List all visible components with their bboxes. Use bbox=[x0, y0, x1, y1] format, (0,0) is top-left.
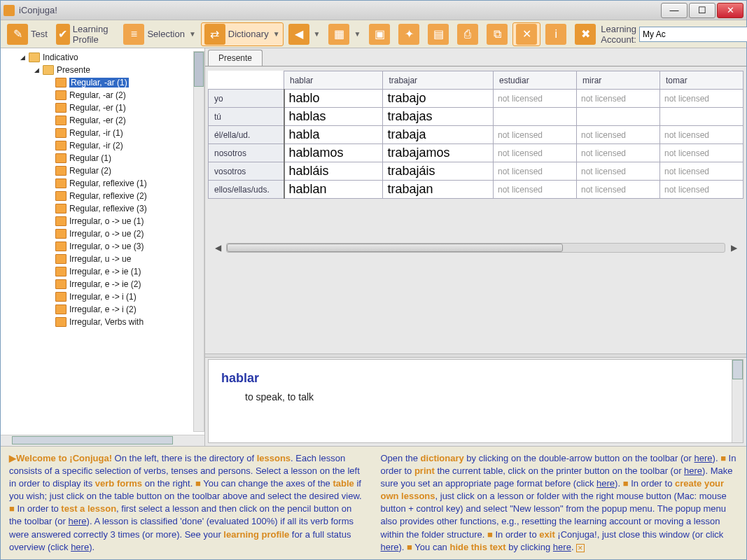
help-link-here[interactable]: here bbox=[71, 542, 89, 552]
collapse-icon[interactable]: ◢ bbox=[33, 66, 40, 74]
exit-button[interactable]: ✖ bbox=[571, 22, 599, 46]
conjugation-cell[interactable]: not licensed bbox=[659, 144, 743, 162]
dictionary-scrollbar[interactable] bbox=[732, 360, 743, 442]
conjugation-cell[interactable]: not licensed bbox=[659, 181, 743, 199]
hide-help-icon[interactable]: ✕ bbox=[576, 544, 585, 552]
settings-button[interactable]: ✕ bbox=[512, 22, 540, 46]
tree-node-presente[interactable]: ◢ Presente bbox=[2, 64, 203, 76]
conjugation-cell[interactable]: hablas bbox=[284, 108, 383, 126]
tree-lesson-item[interactable]: Regular, reflexive (1) bbox=[2, 177, 203, 190]
tree-vertical-scrollbar[interactable] bbox=[193, 51, 204, 432]
print-button[interactable]: ⎙ bbox=[454, 22, 482, 46]
scrollbar-thumb[interactable] bbox=[194, 52, 204, 87]
row-header[interactable]: vosotros bbox=[209, 162, 284, 181]
tree-lesson-item[interactable]: Irregular, u -> ue bbox=[2, 253, 203, 265]
tree-lesson-item[interactable]: Regular, -er (2) bbox=[2, 114, 203, 127]
conjugation-cell[interactable]: not licensed bbox=[494, 181, 577, 199]
tool-button-1[interactable]: ▣ bbox=[365, 22, 393, 46]
help-link-here[interactable]: here bbox=[381, 542, 399, 552]
tree-lesson-item[interactable]: Regular, -ar (2) bbox=[2, 89, 203, 102]
help-link-here[interactable]: here bbox=[684, 465, 702, 476]
row-header[interactable]: nosotros bbox=[209, 144, 284, 162]
tree-lesson-item[interactable]: Regular, -ir (2) bbox=[2, 139, 203, 152]
conjugation-cell[interactable]: not licensed bbox=[576, 162, 659, 181]
tree-lesson-item[interactable]: Regular, reflexive (2) bbox=[2, 190, 203, 202]
conjugation-cell[interactable]: not licensed bbox=[659, 90, 743, 108]
tree-node-indicativo[interactable]: ◢ Indicativo bbox=[2, 51, 203, 64]
tree-lesson-item[interactable]: Irregular, e -> ie (2) bbox=[2, 278, 203, 290]
tree-lesson-item[interactable]: Regular (1) bbox=[2, 152, 203, 164]
row-header[interactable]: tú bbox=[209, 108, 284, 126]
help-link-here[interactable]: here bbox=[553, 542, 571, 552]
conjugation-cell[interactable]: not licensed bbox=[494, 162, 577, 181]
conjugation-cell[interactable]: not licensed bbox=[576, 90, 659, 108]
help-link-here[interactable]: here bbox=[69, 516, 87, 526]
conjugation-cell[interactable]: hablo bbox=[284, 90, 383, 108]
selection-button[interactable]: ≡Selection▼ bbox=[120, 22, 199, 46]
learning-profile-button[interactable]: ✔Learning Profile bbox=[53, 22, 119, 46]
learning-account-select[interactable] bbox=[639, 27, 747, 42]
scroll-right-icon[interactable]: ▶ bbox=[728, 243, 739, 253]
tree-lesson-item[interactable]: Regular, reflexive (3) bbox=[2, 202, 203, 215]
conjugation-cell[interactable]: trabaja bbox=[383, 126, 494, 144]
tree-lesson-item[interactable]: Regular, -ar (1) bbox=[2, 76, 203, 89]
dictionary-button[interactable]: ⇄Dictionary▼ bbox=[201, 22, 284, 46]
tree-lesson-item[interactable]: Regular (2) bbox=[2, 164, 203, 177]
scrollbar-thumb[interactable] bbox=[12, 436, 173, 444]
tree-lesson-item[interactable]: Regular, -ir (1) bbox=[2, 127, 203, 139]
scroll-left-icon[interactable]: ◀ bbox=[212, 243, 223, 253]
back-button[interactable]: ◀▼ bbox=[285, 22, 324, 46]
collapse-icon[interactable]: ◢ bbox=[19, 54, 26, 61]
grid-horizontal-scrollbar[interactable]: ◀ ▶ bbox=[208, 241, 743, 255]
tab-presente[interactable]: Presente bbox=[208, 50, 263, 66]
table-button[interactable]: ▦▼ bbox=[325, 22, 364, 46]
help-button[interactable]: i bbox=[542, 22, 570, 46]
tree-lesson-item[interactable]: Irregular, e -> ie (1) bbox=[2, 265, 203, 278]
horizontal-splitter[interactable] bbox=[205, 354, 746, 358]
conjugation-cell[interactable]: not licensed bbox=[576, 181, 659, 199]
conjugation-cell[interactable]: habla bbox=[284, 126, 383, 144]
help-link-here[interactable]: here bbox=[596, 478, 615, 489]
minimize-button[interactable]: — bbox=[661, 3, 687, 18]
conjugation-cell[interactable]: trabajáis bbox=[383, 162, 494, 181]
conjugation-cell[interactable]: trabajo bbox=[383, 90, 494, 108]
conjugation-cell[interactable]: not licensed bbox=[494, 126, 577, 144]
tree-lesson-item[interactable]: Irregular, e -> i (2) bbox=[2, 303, 203, 316]
conjugation-cell[interactable] bbox=[576, 108, 659, 126]
row-header[interactable]: yo bbox=[209, 90, 284, 108]
tree-lesson-item[interactable]: Irregular, e -> i (1) bbox=[2, 290, 203, 303]
scrollbar-thumb[interactable] bbox=[732, 360, 743, 379]
column-header[interactable]: hablar bbox=[284, 71, 383, 90]
conjugation-cell[interactable] bbox=[659, 108, 743, 126]
conjugation-cell[interactable]: not licensed bbox=[659, 162, 743, 181]
lesson-tree[interactable]: ◢ Indicativo ◢ Presente Regular, -ar (1)… bbox=[1, 48, 204, 435]
column-header[interactable]: estudiar bbox=[494, 71, 577, 90]
close-button[interactable]: ✕ bbox=[717, 3, 743, 18]
tree-lesson-item[interactable]: Irregular, o -> ue (1) bbox=[2, 215, 203, 227]
column-header[interactable]: mirar bbox=[576, 71, 659, 90]
tree-lesson-item[interactable]: Irregular, o -> ue (2) bbox=[2, 227, 203, 240]
conjugation-cell[interactable]: trabajas bbox=[383, 108, 494, 126]
conjugation-cell[interactable]: habláis bbox=[284, 162, 383, 181]
tree-lesson-item[interactable]: Irregular, o -> ue (3) bbox=[2, 240, 203, 253]
test-button[interactable]: ✎Test bbox=[4, 22, 51, 46]
copy-button[interactable]: ⧉ bbox=[483, 22, 511, 46]
tree-lesson-item[interactable]: Regular, -er (1) bbox=[2, 102, 203, 114]
conjugation-cell[interactable]: not licensed bbox=[659, 126, 743, 144]
row-header[interactable]: ellos/ellas/uds. bbox=[209, 181, 284, 199]
scrollbar-thumb[interactable] bbox=[227, 244, 563, 252]
conjugation-cell[interactable] bbox=[494, 108, 577, 126]
column-header[interactable]: tomar bbox=[659, 71, 743, 90]
conjugation-cell[interactable]: not licensed bbox=[494, 144, 577, 162]
conjugation-cell[interactable]: hablan bbox=[284, 181, 383, 199]
tree-horizontal-scrollbar[interactable] bbox=[1, 435, 204, 446]
help-link-here[interactable]: here bbox=[694, 453, 713, 463]
column-header[interactable]: trabajar bbox=[383, 71, 494, 90]
tree-lesson-item[interactable]: Irregular, Verbs with bbox=[2, 316, 203, 328]
tool-button-2[interactable]: ✦ bbox=[395, 22, 423, 46]
tool-button-3[interactable]: ▤ bbox=[424, 22, 452, 46]
conjugation-cell[interactable]: not licensed bbox=[576, 126, 659, 144]
conjugation-cell[interactable]: not licensed bbox=[576, 144, 659, 162]
row-header[interactable]: él/ella/ud. bbox=[209, 126, 284, 144]
conjugation-cell[interactable]: trabajan bbox=[383, 181, 494, 199]
